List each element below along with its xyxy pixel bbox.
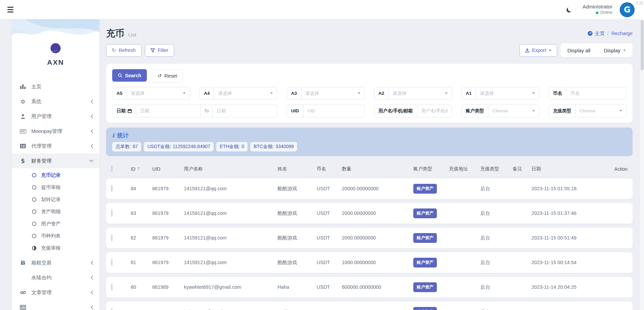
sidebar-item-label: 系统 — [31, 98, 86, 105]
sidebar-item-articles[interactable] — [12, 300, 99, 310]
recharge-type-select[interactable]: 充值类型 Choose — [549, 105, 626, 117]
account-type-badge: 账户资产 — [413, 282, 437, 292]
sidebar-item-finance[interactable]: $ 财务管理 — [12, 153, 99, 168]
date-to-input[interactable] — [217, 108, 273, 113]
page-scrollbar[interactable] — [640, 19, 644, 310]
uid-input[interactable] — [308, 108, 360, 113]
cell-amount: 2000.00000000 — [342, 235, 413, 241]
watermark: 正版 — [635, 0, 643, 6]
gear-icon: ⚙ — [20, 98, 26, 105]
finance-submenu: 充币记录 提币审核 划转记录 资产明细 用户资产 币种列表 — [12, 168, 99, 255]
refresh-button[interactable]: ↻ Refresh — [106, 44, 141, 57]
cell-coin: USDT — [317, 186, 342, 191]
chevron-down-icon — [183, 92, 186, 94]
table-row: 79 861990 hai279312@gmail.com Jndjh USDT… — [106, 302, 633, 310]
breadcrumb-current[interactable]: Recharge — [611, 31, 633, 36]
account-type-select[interactable]: 账户类型 Choose — [461, 105, 539, 117]
cell-date: 2023-11-15 00:51:49 — [532, 235, 606, 241]
date-range-field[interactable]: 日期 To — [112, 105, 277, 117]
sidebar-item-system[interactable]: ⚙ 系统 — [12, 94, 99, 109]
chevron-left-icon — [91, 114, 93, 118]
cell-name: 酷酷游戏 — [278, 259, 317, 266]
breadcrumb-home-link[interactable]: 主页 — [587, 30, 605, 37]
user-menu[interactable]: Administrator Online — [583, 4, 612, 15]
row-checkbox[interactable] — [111, 284, 112, 290]
table-row: 84 861979 14159121@qq.com 酷酷游戏 USDT 2000… — [106, 178, 633, 199]
coin-name-input[interactable] — [571, 91, 622, 96]
filter-select-a4[interactable]: A4 请选择 — [199, 87, 277, 100]
circle-icon — [32, 185, 36, 190]
chevron-down-icon — [623, 50, 626, 51]
link-icon — [20, 290, 26, 295]
username-input[interactable] — [421, 108, 448, 113]
filter-select-a1[interactable]: A1 请选择 — [461, 87, 539, 100]
filter-button[interactable]: Filter — [145, 44, 174, 57]
sidebar-subitem-coin-list[interactable]: 币种列表 — [12, 230, 99, 242]
row-checkbox[interactable] — [111, 308, 112, 310]
sidebar-subitem-transfer-records[interactable]: 划转记录 — [12, 193, 99, 205]
sidebar-item-options-trade[interactable]: 永续合约 — [12, 270, 99, 285]
half-circle-icon — [32, 246, 36, 250]
filter-select-a2[interactable]: A2 请选择 — [374, 87, 452, 100]
statistics-panel: i 统计 总单数:67 USDT金额:112592248.84907 ETH金额… — [106, 128, 633, 156]
chevron-down-icon — [532, 110, 535, 112]
row-checkbox[interactable] — [111, 234, 112, 241]
row-checkbox[interactable] — [111, 210, 112, 217]
sidebar-item-agent-management[interactable]: 代理管理 — [12, 139, 99, 153]
sidebar-subitem-user-assets[interactable]: 用户资产 — [12, 218, 99, 230]
sidebar-item-moonpay[interactable]: CC Moonpay管理 — [12, 124, 99, 139]
sidebar-item-user-management[interactable]: 用户管理 — [12, 109, 99, 124]
coin-name-field[interactable]: 币名 — [549, 87, 626, 100]
page-title: 充币 — [106, 27, 124, 39]
cell-username: kyawhtet6917@gmail.com — [184, 284, 278, 290]
sidebar-subitem-recharge-review[interactable]: 充值审核 — [12, 242, 99, 254]
brand-name: AXN — [12, 58, 99, 66]
page-subtitle: List — [128, 32, 136, 37]
uid-field[interactable]: UID — [287, 105, 364, 117]
cell-name: 酷酷游戏 — [278, 235, 317, 241]
sidebar-subitem-deposit-records[interactable]: 充币记录 — [12, 169, 99, 181]
select-all-checkbox[interactable] — [111, 166, 112, 172]
dark-mode-toggle[interactable] — [567, 5, 575, 14]
row-checkbox[interactable] — [111, 259, 112, 266]
cell-recharge-type: 后台 — [480, 309, 513, 310]
sidebar-item-home[interactable]: 主页 — [12, 79, 99, 94]
cell-amount: 20000.00000000 — [342, 186, 413, 191]
menu-toggle-button[interactable] — [7, 6, 16, 13]
export-button[interactable]: Export — [519, 44, 557, 57]
cell-recharge-type: 后台 — [480, 210, 513, 217]
cell-recharge-type: 后台 — [480, 259, 513, 266]
id-card-icon — [20, 144, 26, 148]
topbar: Administrator Online G 正版 — [0, 0, 644, 19]
filter-select-a3[interactable]: A3 请选择 — [287, 87, 364, 100]
column-header-id[interactable]: ID ↑ — [131, 166, 152, 172]
sidebar-subitem-label: 充值审核 — [41, 245, 61, 251]
sidebar-subitem-label: 用户资产 — [41, 221, 61, 227]
sidebar-subitem-withdraw-review[interactable]: 提币审核 — [12, 181, 99, 193]
sort-up-icon: ↑ — [137, 166, 140, 171]
cell-recharge-type: 后台 — [480, 284, 513, 290]
sidebar-item-spot-trade[interactable]: Ƀ 期权交易 — [12, 255, 99, 270]
search-button[interactable]: Search — [112, 69, 147, 82]
scrollbar-thumb[interactable] — [641, 20, 644, 71]
display-all-button[interactable]: Display all — [560, 44, 597, 57]
dollar-icon: $ — [20, 158, 26, 164]
cell-id: 84 — [131, 186, 152, 191]
username-field[interactable]: 用户名/手机/邮箱 — [374, 105, 452, 117]
chevron-down-icon — [532, 92, 535, 94]
sidebar-item-perpetual[interactable]: 文章管理 — [12, 285, 99, 300]
sidebar-nav: 主页 ⚙ 系统 用户管理 CC Moonpay管理 代理管理 — [12, 79, 99, 310]
filter-select-a5[interactable]: A5 请选择 — [112, 87, 190, 100]
cell-date: 2023-11-15 00:14:54 — [532, 260, 606, 265]
circle-icon — [32, 197, 36, 202]
display-button[interactable]: Display — [597, 44, 633, 57]
dashboard-icon — [587, 31, 593, 36]
reset-button[interactable]: ↺ Reset — [152, 70, 183, 82]
sidebar-subitem-asset-details[interactable]: 资产明细 — [12, 205, 99, 218]
chevron-down-icon — [270, 92, 273, 94]
date-from-input[interactable] — [140, 108, 196, 113]
avatar[interactable]: G — [620, 2, 635, 17]
cell-id: 81 — [131, 260, 152, 265]
chevron-down-icon — [358, 92, 360, 94]
row-checkbox[interactable] — [111, 185, 112, 192]
